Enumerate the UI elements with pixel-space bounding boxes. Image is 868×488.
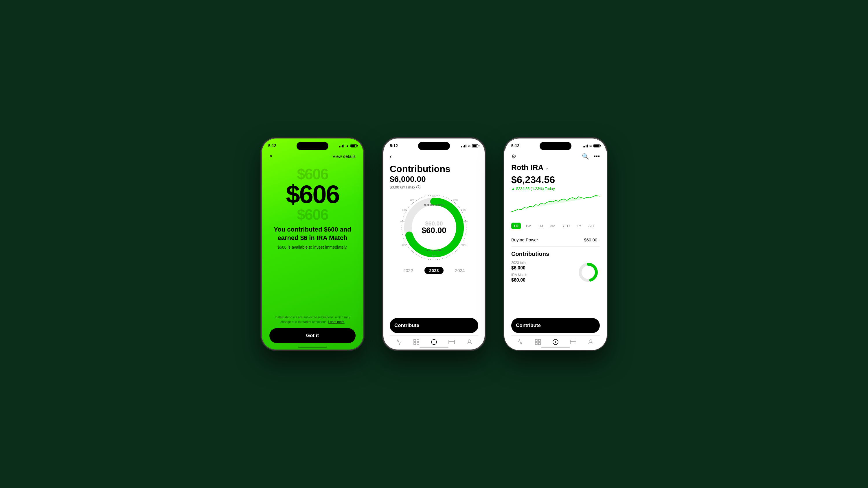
nav-ira-active[interactable] — [431, 338, 437, 346]
filter-ytd[interactable]: YTD — [560, 223, 572, 229]
battery-icon-2 — [472, 144, 478, 148]
contributions-row: 2023 total $6,000 IRA Match $60.00 — [511, 261, 600, 285]
until-max: $0.00 until max i — [390, 185, 478, 189]
time-2: 5:12 — [390, 143, 398, 148]
dropdown-icon[interactable]: ⌄ — [545, 166, 549, 170]
year-2022[interactable]: 2022 — [403, 268, 413, 273]
filter-1w[interactable]: 1W — [523, 223, 533, 229]
filter-1d[interactable]: 1D — [511, 223, 521, 229]
time-filter: 1D 1W 1M 3M YTD 1Y ALL — [511, 223, 600, 229]
donut-main-amount: $60.00 — [422, 226, 446, 234]
donut-label-90: 90% — [410, 199, 414, 201]
nav3-ira[interactable] — [552, 338, 559, 346]
donut-chart: // Can't run script here, will hardcode … — [399, 193, 469, 262]
contributions-section-title: Contributions — [511, 251, 600, 257]
info-icon[interactable]: i — [416, 185, 421, 189]
back-button[interactable]: ‹ — [390, 153, 392, 160]
chart-svg — [511, 193, 600, 219]
contrib-2023-label: 2023 total — [511, 261, 577, 265]
filter-all[interactable]: ALL — [586, 223, 597, 229]
search-icon[interactable]: 🔍 — [582, 153, 589, 160]
profile-icon — [466, 338, 473, 346]
phone-1: 5:12 ▲ × View details $606 — [260, 137, 365, 351]
donut-label-40: 40% — [462, 244, 466, 246]
nav3-card[interactable] — [570, 338, 577, 346]
filter-3m[interactable]: 3M — [548, 223, 558, 229]
donut-label-50: 50% — [432, 254, 436, 257]
wifi-icon-3: ≋ — [589, 144, 592, 148]
card-icon — [448, 338, 455, 346]
svg-rect-16 — [538, 339, 540, 341]
signal-icon-2 — [461, 144, 466, 148]
phone2-nav: ‹ — [390, 151, 478, 164]
close-button[interactable]: × — [269, 153, 273, 160]
year-2023-active[interactable]: 2023 — [425, 267, 443, 274]
svg-rect-15 — [535, 339, 537, 341]
earned-label: 70% EARNED — [426, 249, 442, 252]
settings-icon[interactable]: ⚙ — [511, 153, 517, 160]
nav3-profile[interactable] — [587, 338, 594, 346]
svg-point-11 — [468, 340, 470, 342]
home-indicator-1 — [298, 347, 327, 348]
roth-title-row: Roth IRA ⌄ — [511, 163, 600, 173]
contributions-data: 2023 total $6,000 IRA Match $60.00 — [511, 261, 577, 285]
donut-label-30: 30% — [463, 220, 468, 223]
year-selector: 2022 2023 2024 — [390, 267, 478, 274]
donut-center: $60.00 $60.00 — [422, 221, 446, 234]
svg-rect-5 — [417, 339, 419, 341]
nav-grid[interactable] — [413, 338, 420, 346]
filter-1m[interactable]: 1M — [535, 223, 546, 229]
svg-rect-17 — [535, 343, 537, 345]
mini-donut-chart — [577, 261, 600, 284]
chart-icon — [395, 338, 402, 346]
stock-chart — [511, 193, 600, 219]
disclaimer-text: Instant deposits are subject to restrict… — [269, 315, 355, 324]
home-indicator-2 — [420, 347, 448, 348]
svg-rect-18 — [538, 343, 540, 345]
donut-label-70: 70% — [400, 220, 404, 223]
nav-chart[interactable] — [395, 338, 402, 346]
nav-actions: 🔍 ▪▪▪ — [582, 153, 600, 160]
grid-icon — [413, 338, 420, 346]
status-icons-2: ≋ — [461, 144, 478, 148]
nav3-grid[interactable] — [534, 338, 541, 346]
nav3-chart[interactable] — [517, 338, 524, 346]
ira-icon-3 — [552, 338, 559, 346]
signal-icon-1 — [339, 144, 344, 148]
year-2024[interactable]: 2024 — [455, 268, 465, 273]
buying-power-label: Buying Power — [511, 237, 538, 242]
bottom-nav-2 — [390, 335, 478, 350]
dynamic-island-2 — [418, 142, 450, 150]
filter-1y[interactable]: 1Y — [574, 223, 584, 229]
status-icons-3: ≋ — [583, 144, 600, 148]
svg-rect-7 — [417, 343, 419, 345]
donut-label-80: 80% — [402, 209, 407, 211]
contribute-button-3[interactable]: Contribute — [511, 318, 600, 333]
svg-rect-6 — [414, 343, 416, 345]
roth-amount: $6,234.56 — [511, 174, 600, 185]
bottom-nav-3 — [511, 335, 600, 350]
got-it-button[interactable]: Got it — [269, 328, 355, 343]
chat-icon[interactable]: ▪▪▪ — [594, 153, 600, 160]
nav-card[interactable] — [448, 338, 455, 346]
contributions-title: Contributions — [390, 164, 478, 174]
wifi-icon-1: ▲ — [345, 144, 349, 148]
phone-3: 5:12 ≋ ⚙ 🔍 ▪▪▪ — [503, 137, 608, 351]
view-details-button[interactable]: View details — [333, 154, 355, 159]
buying-power-row[interactable]: Buying Power $60.00 › — [511, 233, 600, 247]
match-amount-display: $606 $606 $606 — [286, 166, 339, 222]
nav-profile[interactable] — [466, 338, 473, 346]
donut-label-60: 60% — [402, 244, 406, 246]
learn-more-link[interactable]: Learn more — [328, 320, 344, 324]
match-description: You contributed $600 and earned $6 in IR… — [269, 226, 355, 242]
chevron-right-icon: › — [598, 237, 600, 242]
home-indicator-3 — [541, 347, 570, 348]
dynamic-island-1 — [297, 142, 329, 150]
svg-rect-9 — [449, 340, 455, 344]
svg-rect-4 — [414, 339, 416, 341]
svg-point-14 — [583, 267, 593, 278]
donut-label-0: 0% — [432, 195, 436, 198]
contributions-amount: $6,000.00 — [390, 174, 478, 184]
amount-ghost-bottom: $606 — [286, 207, 339, 222]
contribute-button-2[interactable]: Contribute — [390, 318, 478, 333]
